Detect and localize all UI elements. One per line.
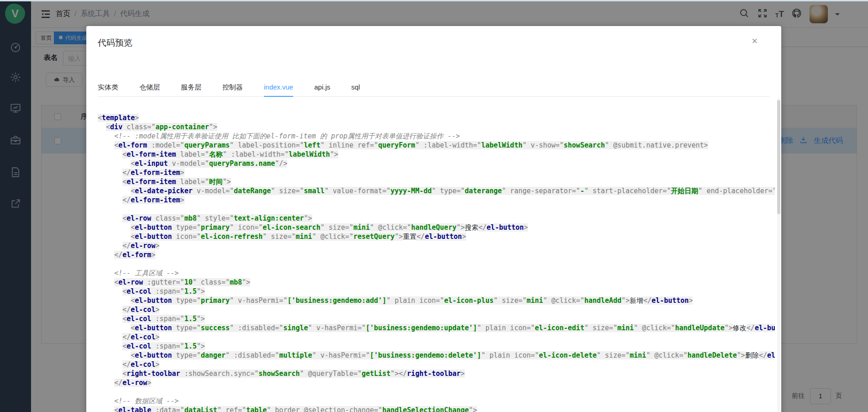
tab-controller[interactable]: 控制器 <box>212 78 253 96</box>
tab-sql[interactable]: sql <box>341 78 370 96</box>
code-preview-dialog: 代码预览 × 实体类 仓储层 服务层 控制器 index.vue api.js … <box>86 26 781 412</box>
tab-repository[interactable]: 仓储层 <box>129 78 170 96</box>
tab-entity[interactable]: 实体类 <box>98 78 129 96</box>
dialog-scrollbar[interactable] <box>777 98 780 412</box>
browser-edge-strip <box>0 0 868 1</box>
close-icon[interactable]: × <box>752 36 758 46</box>
dialog-title: 代码预览 <box>98 37 132 49</box>
tab-api-js[interactable]: api.js <box>304 78 341 96</box>
scrollbar-thumb[interactable] <box>777 100 780 214</box>
code-block: <template> <div class="app-container"> <… <box>98 113 775 412</box>
tab-index-vue[interactable]: index.vue <box>253 78 304 96</box>
dialog-tabs: 实体类 仓储层 服务层 控制器 index.vue api.js sql <box>98 78 770 97</box>
tab-service[interactable]: 服务层 <box>170 78 212 96</box>
